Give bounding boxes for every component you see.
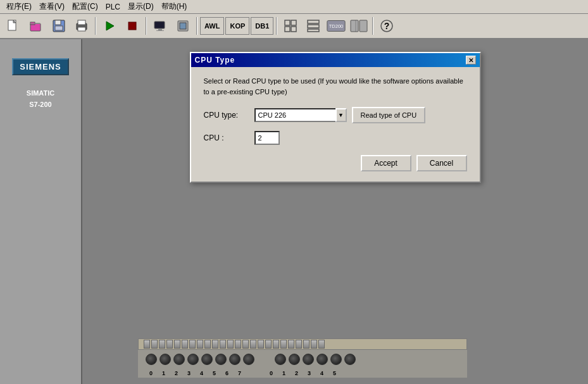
toolbar-btn-wizard[interactable] [348, 16, 370, 36]
svg-rect-13 [154, 22, 165, 28]
cpu-type-control: CPU 221 CPU 222 CPU 224 CPU 226 CPU 226X… [254, 107, 467, 123]
cancel-button[interactable]: Cancel [416, 155, 467, 171]
toolbar-btn-db1[interactable]: DB1 [251, 17, 273, 35]
svg-rect-17 [180, 23, 186, 29]
svg-rect-19 [291, 20, 296, 25]
read-cpu-button[interactable]: Read type of CPU [352, 107, 426, 123]
accept-button[interactable]: Accept [361, 155, 411, 171]
toolbar-btn-run[interactable] [99, 16, 120, 36]
separator-4 [276, 17, 277, 35]
toolbar-btn-grid1[interactable] [280, 16, 301, 36]
dialog-close-button[interactable]: ✕ [466, 56, 476, 65]
menu-program[interactable]: 程序(E) [3, 1, 35, 13]
select-dropdown-arrow[interactable]: ▼ [335, 108, 347, 122]
toolbar-btn-new[interactable] [3, 16, 24, 36]
separator-1 [95, 17, 96, 35]
svg-rect-14 [158, 28, 162, 30]
svg-rect-21 [291, 27, 296, 32]
svg-rect-27 [351, 20, 358, 32]
toolbar-btn-print[interactable] [71, 16, 92, 36]
dialog-body: Select or Read CPU type to be used (If y… [191, 67, 480, 182]
svg-rect-18 [285, 20, 290, 25]
svg-rect-24 [308, 29, 319, 32]
menu-help[interactable]: 帮助(H) [158, 1, 191, 13]
siemens-logo: SIEMENS [12, 58, 69, 75]
main-area: SIEMENS SIMATIC S7-200 [0, 39, 588, 384]
cpu-type-select-wrapper: CPU 221 CPU 222 CPU 224 CPU 226 CPU 226X… [254, 108, 347, 122]
modal-overlay: CPU Type ✕ Select or Read CPU type to be… [82, 39, 588, 384]
svg-rect-6 [55, 20, 61, 25]
svg-rect-10 [78, 27, 85, 31]
separator-3 [196, 17, 197, 35]
svg-rect-7 [55, 26, 63, 30]
cpu-value-row: CPU : [204, 131, 467, 145]
toolbar-btn-open[interactable] [25, 16, 47, 36]
toolbar-btn-monitor[interactable] [149, 16, 171, 36]
separator-2 [146, 17, 147, 35]
svg-rect-9 [78, 20, 85, 25]
toolbar-btn-stop[interactable] [122, 16, 143, 36]
toolbar-btn-help[interactable]: ? [376, 16, 397, 36]
svg-text:TD200: TD200 [329, 23, 344, 29]
menu-plc[interactable]: PLC [102, 2, 124, 12]
left-panel: SIEMENS SIMATIC S7-200 [0, 39, 82, 384]
svg-rect-12 [128, 22, 136, 30]
menu-bar: 程序(E) 查看(V) 配置(C) PLC 显示(D) 帮助(H) [0, 0, 588, 14]
cpu-type-dialog: CPU Type ✕ Select or Read CPU type to be… [190, 52, 481, 183]
toolbar-btn-awl[interactable]: AWL [200, 17, 224, 35]
svg-rect-15 [156, 30, 164, 31]
cpu-label: CPU : [204, 133, 254, 142]
svg-rect-4 [30, 23, 41, 24]
svg-rect-22 [308, 20, 319, 23]
menu-view[interactable]: 查看(V) [35, 1, 68, 13]
cpu-type-select[interactable]: CPU 221 CPU 222 CPU 224 CPU 226 CPU 226X… [254, 108, 337, 122]
dialog-titlebar: CPU Type ✕ [191, 53, 480, 67]
toolbar-btn-td200[interactable]: TD200 [325, 16, 347, 36]
dialog-description: Select or Read CPU type to be used (If y… [204, 76, 467, 97]
toolbar-btn-cpu[interactable] [172, 16, 194, 36]
cpu-type-label: CPU type: [204, 111, 254, 120]
toolbar-btn-grid2[interactable] [303, 16, 324, 36]
cpu-value-input[interactable] [254, 131, 280, 145]
svg-rect-28 [360, 20, 367, 32]
svg-rect-20 [285, 27, 290, 32]
toolbar-btn-save[interactable] [48, 16, 70, 36]
toolbar: AWL KOP DB1 TD200 ? [0, 14, 588, 39]
dialog-buttons: Accept Cancel [204, 155, 467, 171]
cpu-value-control [254, 131, 467, 145]
svg-marker-11 [106, 22, 114, 30]
menu-display[interactable]: 显示(D) [124, 1, 158, 13]
svg-text:?: ? [384, 21, 390, 31]
svg-rect-23 [308, 25, 319, 28]
toolbar-btn-kop[interactable]: KOP [225, 17, 249, 35]
dialog-title: CPU Type [195, 56, 235, 65]
simatic-label: SIMATIC S7-200 [27, 88, 54, 110]
content-area: 0 1 2 3 4 5 6 7 0 1 2 3 4 5 [82, 39, 588, 384]
cpu-type-row: CPU type: CPU 221 CPU 222 CPU 224 CPU 22… [204, 107, 467, 123]
separator-5 [372, 17, 373, 35]
menu-config[interactable]: 配置(C) [68, 1, 102, 13]
